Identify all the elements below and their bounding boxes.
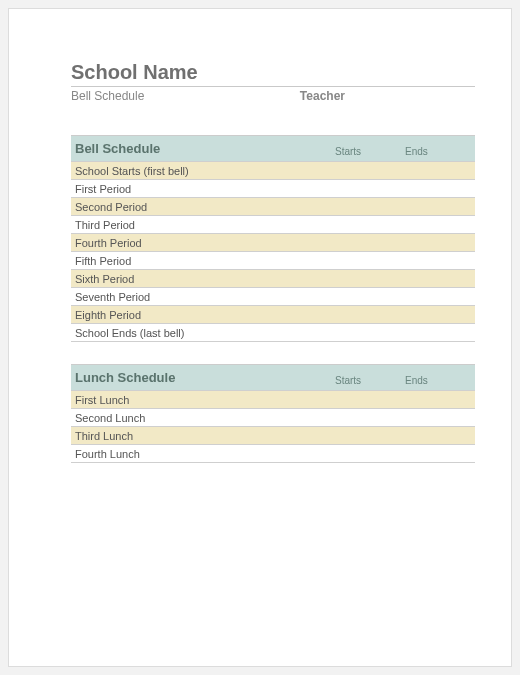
lunch-header-row: Lunch Schedule Starts Ends	[71, 365, 475, 391]
table-row: Third Lunch	[71, 427, 475, 445]
table-row: Sixth Period	[71, 270, 475, 288]
bell-schedule-table: Bell Schedule Starts Ends School Starts …	[71, 135, 475, 342]
row-starts	[335, 306, 405, 323]
row-label: Third Period	[71, 216, 335, 233]
row-ends	[405, 324, 475, 341]
subtitle: Bell Schedule	[71, 89, 144, 103]
bell-header-starts: Starts	[335, 143, 405, 161]
row-label: Sixth Period	[71, 270, 335, 287]
row-starts	[335, 270, 405, 287]
row-ends	[405, 198, 475, 215]
table-row: Fourth Lunch	[71, 445, 475, 463]
row-label: Fourth Period	[71, 234, 335, 251]
row-starts	[335, 198, 405, 215]
row-ends	[405, 445, 475, 462]
table-row: Second Period	[71, 198, 475, 216]
row-starts	[335, 234, 405, 251]
row-ends	[405, 409, 475, 426]
row-starts	[335, 216, 405, 233]
table-row: Seventh Period	[71, 288, 475, 306]
row-ends	[405, 391, 475, 408]
row-ends	[405, 162, 475, 179]
lunch-header-title: Lunch Schedule	[71, 365, 335, 390]
table-row: First Period	[71, 180, 475, 198]
row-ends	[405, 216, 475, 233]
row-label: Third Lunch	[71, 427, 335, 444]
row-ends	[405, 427, 475, 444]
row-label: Seventh Period	[71, 288, 335, 305]
row-label: School Starts (first bell)	[71, 162, 335, 179]
row-starts	[335, 180, 405, 197]
row-label: Second Lunch	[71, 409, 335, 426]
row-starts	[335, 324, 405, 341]
table-row: School Starts (first bell)	[71, 162, 475, 180]
row-label: First Period	[71, 180, 335, 197]
subheader-row: Bell Schedule Teacher	[71, 86, 475, 113]
row-label: First Lunch	[71, 391, 335, 408]
table-row: School Ends (last bell)	[71, 324, 475, 342]
bell-header-title: Bell Schedule	[71, 136, 335, 161]
row-starts	[335, 162, 405, 179]
row-starts	[335, 391, 405, 408]
row-starts	[335, 427, 405, 444]
table-row: Third Period	[71, 216, 475, 234]
row-ends	[405, 252, 475, 269]
row-ends	[405, 306, 475, 323]
teacher-label: Teacher	[300, 89, 475, 103]
row-label: Eighth Period	[71, 306, 335, 323]
row-starts	[335, 288, 405, 305]
table-row: Second Lunch	[71, 409, 475, 427]
lunch-header-ends: Ends	[405, 372, 475, 390]
row-starts	[335, 445, 405, 462]
table-row: First Lunch	[71, 391, 475, 409]
table-row: Eighth Period	[71, 306, 475, 324]
row-label: Fourth Lunch	[71, 445, 335, 462]
row-label: School Ends (last bell)	[71, 324, 335, 341]
bell-header-ends: Ends	[405, 143, 475, 161]
row-ends	[405, 234, 475, 251]
document-page: School Name Bell Schedule Teacher Bell S…	[8, 8, 512, 667]
row-label: Second Period	[71, 198, 335, 215]
row-ends	[405, 288, 475, 305]
lunch-header-starts: Starts	[335, 372, 405, 390]
lunch-schedule-table: Lunch Schedule Starts Ends First Lunch S…	[71, 364, 475, 463]
row-ends	[405, 180, 475, 197]
row-starts	[335, 409, 405, 426]
bell-header-row: Bell Schedule Starts Ends	[71, 136, 475, 162]
row-label: Fifth Period	[71, 252, 335, 269]
table-row: Fourth Period	[71, 234, 475, 252]
row-ends	[405, 270, 475, 287]
school-name-title: School Name	[71, 61, 475, 84]
table-row: Fifth Period	[71, 252, 475, 270]
row-starts	[335, 252, 405, 269]
